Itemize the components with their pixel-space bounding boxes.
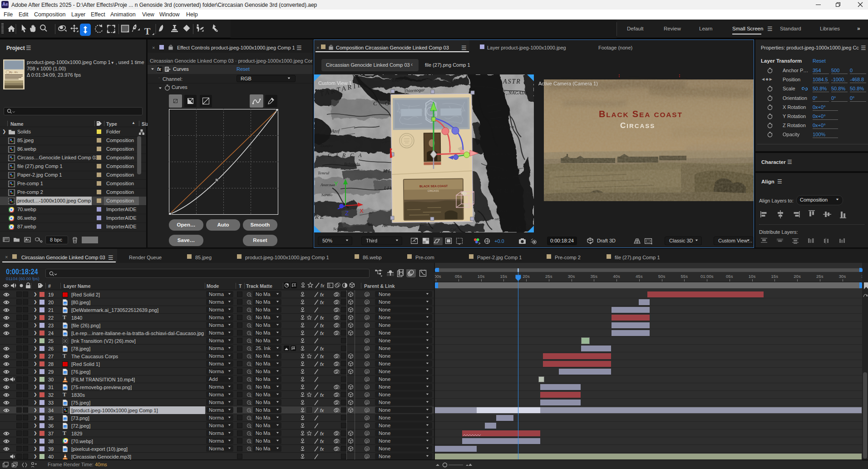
svg-text:BLACK SEA COAST: BLACK SEA COAST (419, 184, 448, 188)
svg-text:Y: Y (334, 180, 338, 187)
svg-text:RE: RE (315, 213, 325, 220)
svg-text:C O: C O (373, 100, 392, 107)
svg-text:CIRCASS: CIRCASS (620, 121, 655, 130)
svg-text:Schatalг: Schatalг (333, 227, 347, 231)
svg-text:Bly…Mrs: Bly…Mrs (10, 71, 18, 74)
svg-text:I de Tгulаni: I de Tгulаni (491, 176, 508, 180)
svg-text:I de Woutut: I de Woutut (491, 168, 508, 172)
svg-text:ASTR: ASTR (503, 78, 521, 85)
svg-text:X: X (360, 207, 364, 214)
svg-text:orbent: orbent (495, 217, 506, 221)
svg-text:T: T (144, 26, 151, 36)
svg-text:Saratо: Saratо (321, 193, 333, 197)
svg-text:Custom View 1: Custom View 1 (318, 80, 352, 86)
svg-text:arcon: arcon (498, 208, 508, 213)
svg-text:Active Camera (Camera 1): Active Camera (Camera 1) (538, 81, 598, 86)
svg-text:Dandrг: Dandrг (320, 143, 333, 148)
svg-text:CIRCA: CIRCA (328, 152, 366, 158)
svg-text:Anarгыa: Anarгыa (320, 183, 335, 187)
svg-text:fx: fx (321, 283, 325, 288)
svg-text:CIRCASS: CIRCASS (428, 189, 439, 192)
svg-text:G‚.NАGAIA: G‚.NАGAIA (502, 90, 526, 95)
svg-text:LIX: LIX (384, 186, 393, 191)
svg-text:Aic: Aic (382, 223, 389, 228)
svg-text:Аzof: Аzof (331, 128, 340, 133)
svg-text:BLACK SEA COAST: BLACK SEA COAST (599, 109, 683, 119)
svg-text:Z: Z (345, 210, 349, 217)
svg-text:CAS: CAS (509, 225, 522, 232)
svg-text:Бorki тлаbа: Бorki тлаbа (492, 152, 511, 156)
svg-text:CaС: CaС (450, 227, 459, 232)
svg-text:Befunada: Befunada (344, 162, 360, 166)
svg-text:Temrul: Temrul (318, 171, 330, 175)
svg-text:гuche d'Ouvеrin: гuche d'Ouvеrin (490, 125, 514, 129)
svg-text:MER: MER (496, 187, 517, 194)
